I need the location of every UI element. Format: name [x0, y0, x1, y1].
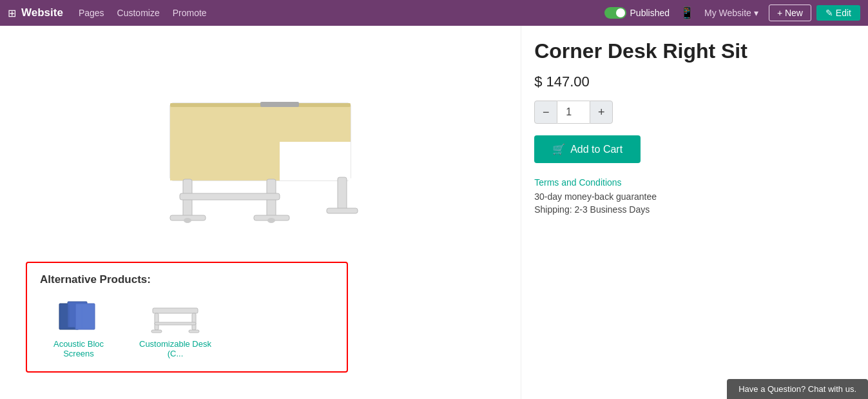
svg-rect-26	[189, 330, 199, 333]
product-image-area	[26, 32, 508, 251]
svg-rect-8	[338, 177, 347, 209]
svg-rect-17	[75, 304, 95, 329]
published-toggle[interactable]	[604, 7, 626, 19]
qty-input[interactable]	[557, 101, 590, 124]
alt-product-item-1[interactable]: Acoustic Bloc Screens	[40, 297, 117, 358]
svg-rect-3	[170, 135, 280, 180]
alt-product-label-1: Acoustic Bloc Screens	[40, 339, 117, 358]
terms-link[interactable]: Terms and Conditions	[534, 177, 849, 188]
add-to-cart-button[interactable]: 🛒 Add to Cart	[534, 135, 641, 163]
product-right-panel: Corner Desk Right Sit $ 147.00 − + 🛒 Add…	[521, 26, 868, 399]
product-left-panel: Alternative Products:	[0, 26, 521, 399]
chevron-down-icon: ▾	[754, 8, 758, 18]
alt-products-title: Alternative Products:	[40, 273, 334, 286]
product-image	[131, 52, 402, 232]
shipping-text: Shipping: 2-3 Business Days	[534, 204, 849, 215]
nav-pages[interactable]: Pages	[79, 8, 104, 18]
published-label: Published	[630, 8, 670, 18]
svg-rect-22	[155, 313, 159, 330]
alt-product-image-2	[149, 297, 201, 335]
svg-rect-11	[327, 208, 358, 213]
nav-customize[interactable]: Customize	[117, 8, 160, 18]
svg-point-14	[267, 218, 275, 223]
add-to-cart-label: Add to Cart	[570, 144, 622, 155]
product-price: $ 147.00	[534, 73, 849, 90]
svg-rect-21	[153, 308, 198, 313]
svg-point-13	[184, 218, 191, 223]
alt-product-image-1	[53, 297, 104, 335]
product-title: Corner Desk Right Sit	[534, 39, 849, 63]
chat-widget-label: Have a Question? Chat with us.	[738, 384, 856, 394]
qty-increase-button[interactable]: +	[590, 101, 613, 124]
cart-icon: 🛒	[552, 143, 565, 155]
qty-decrease-button[interactable]: −	[534, 101, 557, 124]
edit-button[interactable]: ✎ Edit	[816, 5, 860, 21]
alt-products-list: Acoustic Bloc Screens	[40, 297, 334, 358]
quantity-row: − +	[534, 101, 849, 124]
my-website-dropdown[interactable]: My Website ▾	[704, 8, 758, 18]
nav-promote[interactable]: Promote	[173, 8, 207, 18]
page-content: Alternative Products:	[0, 26, 868, 399]
brand-name[interactable]: Website	[21, 6, 63, 19]
mobile-preview-icon[interactable]: 📱	[680, 6, 694, 20]
top-navigation: ⊞ Website Pages Customize Promote Publis…	[0, 0, 868, 26]
my-website-label: My Website	[704, 8, 751, 18]
alternative-products-box: Alternative Products:	[26, 262, 348, 373]
guarantee-text: 30-day money-back guarantee	[534, 191, 849, 202]
svg-rect-25	[151, 330, 162, 333]
svg-rect-24	[155, 322, 196, 325]
grid-icon[interactable]: ⊞	[8, 7, 16, 19]
svg-rect-1	[280, 142, 351, 180]
published-status[interactable]: Published	[604, 7, 670, 19]
svg-rect-23	[192, 313, 196, 330]
alt-product-item-2[interactable]: Customizable Desk (C...	[137, 297, 214, 358]
new-button[interactable]: + New	[769, 5, 811, 21]
chat-widget[interactable]: Have a Question? Chat with us.	[727, 379, 868, 399]
svg-rect-5	[260, 102, 299, 107]
alt-product-label-2: Customizable Desk (C...	[137, 339, 214, 358]
svg-rect-12	[180, 193, 280, 200]
